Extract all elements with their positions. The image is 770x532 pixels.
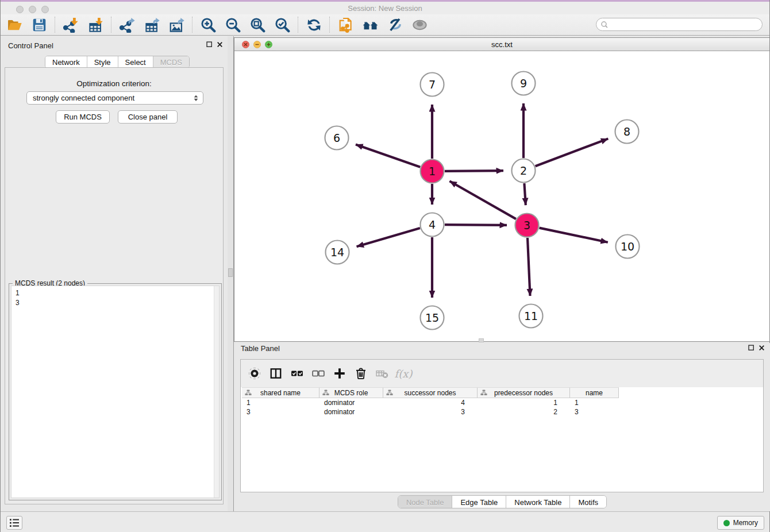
node-7[interactable]: 7 bbox=[421, 73, 444, 97]
result-scrollbar[interactable] bbox=[214, 286, 219, 498]
maximize-network-icon[interactable] bbox=[265, 41, 272, 48]
table-cell[interactable]: dominator bbox=[319, 398, 383, 407]
minimize-network-icon[interactable] bbox=[253, 41, 261, 48]
control-panel-tabs: NetworkStyleSelectMCDS bbox=[45, 56, 190, 68]
mcds-result-textarea[interactable]: 13 bbox=[11, 286, 220, 498]
apply-layout-button[interactable] bbox=[303, 16, 324, 34]
table-cell[interactable]: dominator bbox=[319, 407, 383, 417]
table-cell[interactable]: 1 bbox=[570, 398, 619, 407]
select-all-columns-button[interactable] bbox=[288, 364, 306, 383]
close-panel-icon[interactable] bbox=[217, 41, 223, 48]
node-14[interactable]: 14 bbox=[326, 241, 349, 264]
zoom-selected-icon bbox=[275, 17, 290, 33]
table-cell[interactable]: 3 bbox=[242, 407, 319, 417]
edge-3-10[interactable] bbox=[540, 228, 608, 242]
unselect-all-columns-button[interactable] bbox=[309, 364, 328, 383]
search-box[interactable] bbox=[596, 18, 763, 31]
flow-icon bbox=[322, 390, 329, 396]
table-cell[interactable]: 4 bbox=[383, 398, 478, 407]
criterion-select[interactable]: strongly connected component bbox=[26, 91, 203, 105]
node-6[interactable]: 6 bbox=[325, 126, 349, 150]
open-session-button[interactable] bbox=[4, 16, 25, 34]
float-panel-icon[interactable] bbox=[206, 41, 213, 48]
column-header-predecessor-nodes[interactable]: predecessor nodes bbox=[478, 388, 570, 398]
edge-1-2[interactable] bbox=[445, 171, 503, 171]
network-canvas[interactable]: 1234678910111415 bbox=[234, 51, 769, 341]
node-2[interactable]: 2 bbox=[512, 159, 536, 183]
show-column-button[interactable] bbox=[267, 364, 285, 383]
tab-node-table[interactable]: Node Table bbox=[398, 496, 453, 508]
node-10[interactable]: 10 bbox=[616, 235, 640, 259]
node-3[interactable]: 3 bbox=[515, 214, 539, 237]
table-cell[interactable]: 1 bbox=[242, 398, 319, 407]
node-9[interactable]: 9 bbox=[512, 72, 536, 95]
column-header-shared-name[interactable]: shared name bbox=[242, 388, 319, 398]
close-panel-button[interactable]: Close panel bbox=[118, 110, 178, 124]
edge-2-3[interactable] bbox=[524, 183, 525, 205]
close-network-icon[interactable] bbox=[242, 41, 249, 48]
import-table-button[interactable] bbox=[85, 16, 106, 34]
column-header-successor-nodes[interactable]: successor nodes bbox=[383, 388, 478, 398]
table-cell[interactable]: 3 bbox=[570, 407, 619, 417]
tab-network-table[interactable]: Network Table bbox=[506, 496, 570, 508]
network-graph[interactable]: 1234678910111415 bbox=[234, 51, 769, 341]
zoom-fit-button[interactable] bbox=[247, 16, 268, 34]
table-cell[interactable]: 1 bbox=[478, 398, 570, 407]
new-network-from-selection-button[interactable] bbox=[335, 16, 356, 34]
panel-splitter[interactable] bbox=[228, 36, 234, 511]
import-network-button[interactable] bbox=[60, 16, 81, 34]
table-panel: Table Panel f(x) shared nameMCDS rolesuc… bbox=[234, 343, 770, 511]
hide-graphics-details-button[interactable] bbox=[384, 16, 405, 34]
zoom-out-button[interactable] bbox=[222, 16, 243, 34]
first-neighbors-button[interactable] bbox=[360, 16, 380, 34]
flow-icon bbox=[245, 390, 252, 396]
toolbar-separator bbox=[298, 17, 298, 33]
column-header-name[interactable]: name bbox=[570, 388, 619, 398]
edge-3-1[interactable] bbox=[449, 181, 516, 219]
table-mode-button[interactable] bbox=[245, 364, 264, 383]
node-8[interactable]: 8 bbox=[615, 120, 639, 144]
search-input[interactable] bbox=[609, 21, 762, 29]
tab-select[interactable]: Select bbox=[118, 56, 153, 68]
column-header-MCDS-role[interactable]: MCDS role bbox=[319, 388, 383, 398]
table-row[interactable]: 3dominator323 bbox=[242, 407, 762, 417]
run-mcds-button[interactable]: Run MCDS bbox=[56, 110, 110, 124]
node-1[interactable]: 1 bbox=[421, 160, 444, 183]
edge-2-8[interactable] bbox=[536, 138, 609, 166]
create-column-button[interactable] bbox=[330, 364, 349, 383]
tab-network[interactable]: Network bbox=[45, 56, 87, 68]
edge-1-6[interactable] bbox=[356, 145, 420, 167]
close-table-panel-icon[interactable] bbox=[759, 345, 765, 351]
edge-4-14[interactable] bbox=[357, 228, 420, 246]
memory-button[interactable]: Memory bbox=[717, 516, 764, 530]
table-cell[interactable]: 3 bbox=[383, 407, 478, 417]
node-4[interactable]: 4 bbox=[421, 213, 444, 237]
zoom-selected-button[interactable] bbox=[272, 16, 292, 34]
edge-3-11[interactable] bbox=[528, 238, 530, 296]
table-row[interactable]: 1dominator411 bbox=[242, 398, 762, 407]
delete-columns-button[interactable] bbox=[352, 364, 370, 383]
tab-mcds[interactable]: MCDS bbox=[153, 56, 189, 68]
export-image-button[interactable] bbox=[166, 16, 187, 34]
edge-4-3[interactable] bbox=[445, 225, 507, 225]
network-window-titlebar[interactable]: scc.txt bbox=[234, 38, 769, 51]
tab-motifs[interactable]: Motifs bbox=[570, 496, 606, 508]
trash-icon bbox=[355, 367, 367, 380]
splitter-handle[interactable] bbox=[228, 268, 233, 277]
node-11[interactable]: 11 bbox=[519, 304, 543, 328]
tab-edge-table[interactable]: Edge Table bbox=[452, 496, 506, 508]
export-network-button[interactable] bbox=[117, 16, 137, 34]
zoom-fit-icon bbox=[250, 17, 265, 33]
node-15[interactable]: 15 bbox=[421, 306, 444, 330]
zoom-in-button[interactable] bbox=[198, 16, 218, 34]
deselect-all-icon bbox=[312, 367, 325, 380]
task-history-button[interactable] bbox=[6, 516, 22, 530]
table-tabs-bar: Node TableEdge TableNetwork TableMotifs bbox=[234, 495, 770, 508]
table-cell[interactable]: 2 bbox=[478, 407, 570, 417]
save-session-button[interactable] bbox=[29, 16, 49, 34]
table-splitter-handle[interactable] bbox=[479, 338, 484, 342]
export-table-button[interactable] bbox=[141, 16, 162, 34]
tab-style[interactable]: Style bbox=[87, 56, 118, 68]
float-table-panel-icon[interactable] bbox=[748, 345, 754, 351]
node-label: 4 bbox=[429, 218, 436, 231]
